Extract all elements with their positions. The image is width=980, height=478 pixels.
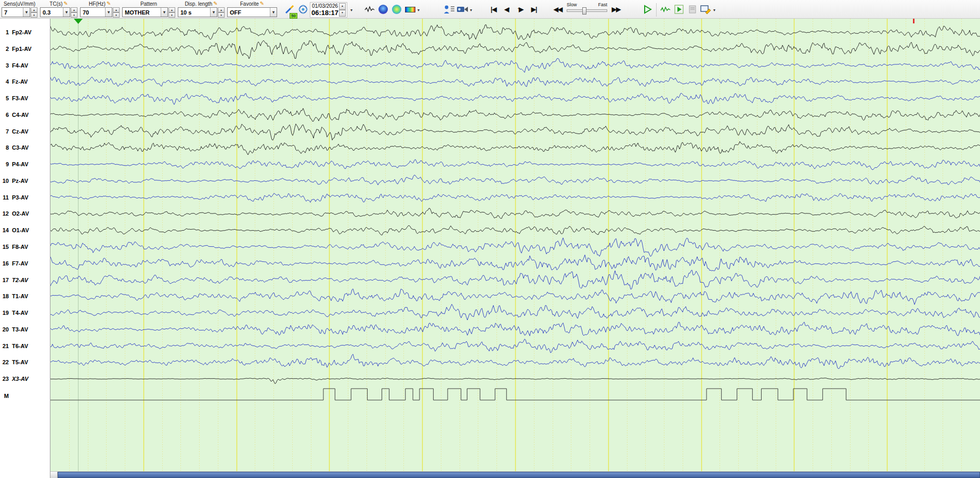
horizontal-scrollbar[interactable] — [50, 471, 980, 478]
channel-row[interactable]: 6C4-AV — [0, 111, 50, 119]
go-last-page-button[interactable]: ▶| — [527, 3, 541, 16]
rewind-button[interactable]: ◀◀ — [551, 3, 565, 16]
channel-number: 23 — [0, 376, 9, 382]
channel-row[interactable]: 20T3-AV — [0, 325, 50, 334]
scroll-left-button[interactable] — [50, 472, 58, 478]
channel-row[interactable]: 16F7-AV — [0, 259, 50, 268]
channel-label: P4-AV — [12, 161, 29, 167]
channel-row[interactable]: 8C3-AV — [0, 143, 50, 152]
display-length-select[interactable]: 10 s ▾ — [178, 7, 217, 17]
speed-slider-thumb[interactable] — [582, 7, 586, 15]
channel-number: 1 — [0, 29, 9, 35]
channel-label: F4-AV — [12, 62, 28, 69]
toolbar-separator — [656, 3, 657, 17]
favorite-control: Favorite ✎ OFF ▾ — [227, 1, 277, 17]
play-button[interactable] — [641, 3, 654, 16]
patient-info-button[interactable] — [442, 3, 456, 16]
setup-gear-button[interactable] — [296, 3, 310, 16]
channel-row[interactable]: 19T4-AV — [0, 309, 50, 317]
channel-number: 3 — [0, 62, 9, 69]
colormap-button[interactable] — [403, 3, 417, 16]
channel-number: 11 — [0, 194, 9, 201]
sensitivity-select[interactable]: 7 ▾ — [2, 7, 30, 17]
trend-view-button[interactable] — [659, 3, 672, 16]
scrollbar-thumb[interactable] — [58, 472, 980, 478]
favorite-value: OFF — [230, 9, 241, 16]
channel-row[interactable]: 3F4-AV — [0, 61, 50, 70]
channel-row[interactable]: 9P4-AV — [0, 160, 50, 168]
channel-row[interactable]: M — [0, 392, 50, 400]
chevron-down-icon[interactable]: ▾ — [161, 8, 167, 17]
tc-edit-pencil-icon[interactable]: ✎ — [63, 0, 68, 7]
display-length-spinner[interactable]: ▲▼ — [218, 7, 225, 17]
channel-row[interactable]: 21T6-AV — [0, 342, 50, 350]
fast-forward-button[interactable]: ▶▶ — [609, 3, 623, 16]
datetime-control: 01/03/2026 06:18:17 ▲▼ — [310, 2, 347, 18]
channel-row[interactable]: 5F3-AV — [0, 94, 50, 102]
channel-row[interactable]: 10Pz-AV — [0, 177, 50, 185]
waveform-mini-button[interactable] — [363, 3, 376, 16]
pattern-select[interactable]: MOTHER ▾ — [122, 7, 168, 17]
channel-row[interactable]: 18T1-AV — [0, 292, 50, 300]
favorite-select[interactable]: OFF ▾ — [227, 7, 277, 17]
channel-row[interactable]: 11P3-AV — [0, 193, 50, 202]
channel-number: 20 — [0, 326, 9, 333]
channel-label: T4-AV — [12, 310, 28, 316]
display-length-label: Disp. length — [185, 1, 212, 7]
tc-spinner[interactable]: ▲▼ — [71, 7, 77, 17]
display-length-control: Disp. length ✎ 10 s ▾ ▲▼ — [178, 1, 225, 17]
channel-number: 17 — [0, 277, 9, 283]
chevron-down-icon[interactable]: ▾ — [210, 8, 217, 17]
next-page-button[interactable]: •▶ — [514, 3, 527, 16]
channel-row[interactable]: 23X3-AV — [0, 375, 50, 383]
montage-edit-button[interactable] — [699, 3, 713, 16]
channel-number: 22 — [0, 359, 9, 365]
channel-row[interactable]: 4Fz-AV — [0, 77, 50, 86]
hf-edit-pencil-icon[interactable]: ✎ — [107, 0, 111, 7]
sensitivity-spinner[interactable]: ▲▼ — [31, 7, 37, 17]
pattern-spinner[interactable]: ▲▼ — [168, 7, 175, 17]
channel-number: 8 — [0, 144, 9, 151]
time-spinner[interactable]: ▲▼ — [339, 3, 346, 17]
channel-row[interactable]: 12O2-AV — [0, 209, 50, 218]
hf-spinner[interactable]: ▲▼ — [113, 7, 120, 17]
display-length-edit-pencil-icon[interactable]: ✎ — [213, 0, 217, 7]
tools-more-arrow[interactable]: ▾ — [713, 8, 715, 12]
channel-label: P3-AV — [12, 194, 29, 201]
channel-label: Pz-AV — [12, 178, 28, 184]
channel-row[interactable]: 1Fp2-AV — [0, 28, 50, 36]
channel-row[interactable]: 2Fp1-AV — [0, 45, 50, 53]
channel-number: 6 — [0, 112, 9, 118]
channel-row[interactable]: 15F8-AV — [0, 243, 50, 251]
auto-advance-button[interactable] — [672, 3, 686, 16]
video-more-arrow[interactable]: ▾ — [470, 8, 472, 12]
datetime-more-arrow[interactable]: ▾ — [350, 8, 352, 12]
annotation-pen-button[interactable]: 50 — [283, 3, 296, 16]
favorite-edit-pencil-icon[interactable]: ✎ — [260, 0, 264, 7]
head-topography-button[interactable] — [376, 3, 390, 16]
video-button[interactable] — [456, 3, 469, 16]
maps-more-arrow[interactable]: ▾ — [417, 8, 420, 12]
speed-slider-track[interactable] — [567, 9, 607, 12]
channel-number: 9 — [0, 161, 9, 167]
montage-edit-icon — [700, 4, 712, 15]
display-length-value: 10 s — [180, 9, 191, 16]
spectral-map-button[interactable] — [390, 3, 403, 16]
chevron-down-icon[interactable]: ▾ — [23, 8, 30, 17]
channel-row[interactable]: 22T5-AV — [0, 358, 50, 366]
go-first-page-button[interactable]: |◀ — [487, 3, 500, 16]
tc-select[interactable]: 0.3 ▾ — [40, 7, 70, 17]
auto-advance-play-icon — [674, 5, 684, 14]
channel-row[interactable]: 17T2-AV — [0, 276, 50, 284]
hf-label: HF(Hz) — [89, 1, 106, 7]
channel-number: 7 — [0, 128, 9, 135]
eeg-waveform-canvas[interactable] — [50, 19, 980, 471]
channel-row[interactable]: 14O1-AV — [0, 226, 50, 234]
chevron-down-icon[interactable]: ▾ — [270, 8, 277, 17]
channel-row[interactable]: 7Cz-AV — [0, 127, 50, 136]
previous-page-button[interactable]: ◀• — [500, 3, 514, 16]
chevron-down-icon[interactable]: ▾ — [105, 8, 112, 17]
channel-label: T6-AV — [12, 343, 28, 349]
chevron-down-icon[interactable]: ▾ — [63, 8, 70, 17]
hf-select[interactable]: 70 ▾ — [80, 7, 112, 17]
